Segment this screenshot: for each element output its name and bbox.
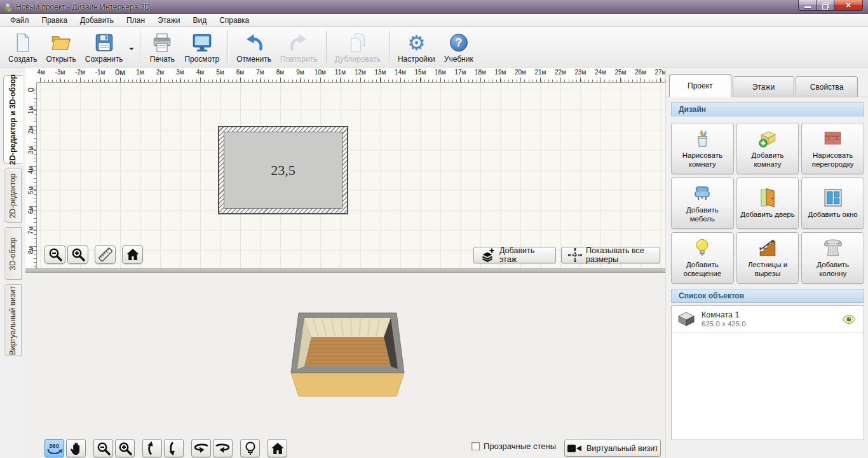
view3d-nav-zoom-out-button[interactable] [93, 439, 113, 457]
v-ruler-label: 7м [27, 226, 34, 235]
panel-tab-floors[interactable]: Этажи [733, 76, 795, 97]
design-button-label: Добавить дверь [740, 211, 795, 219]
toolbar-separator [227, 31, 228, 63]
transparent-walls-checkbox[interactable]: Прозрачные стены [471, 441, 556, 451]
menu-view[interactable]: Вид [186, 15, 213, 26]
design-button-add-column[interactable]: Добавить колонну [801, 232, 864, 284]
panel-tab-project[interactable]: Проект [669, 74, 731, 97]
view3d-nav-pan-button[interactable] [66, 439, 86, 457]
view3d-nav-reset-view-button[interactable] [268, 439, 287, 457]
view3d-nav-lighting-button[interactable] [240, 439, 260, 457]
toolbar-button-label: Печать [150, 55, 175, 64]
menu-file[interactable]: Файл [4, 15, 36, 26]
minimize-icon [804, 6, 811, 8]
duplicate-icon [348, 32, 367, 53]
plan-nav-measure-button[interactable] [95, 245, 116, 264]
horizontal-ruler: -4м-3м-2м-1м0м1м2м3м4м5м6м7м8м9м10м11м12… [37, 67, 665, 83]
h-ruler-label: 12м [355, 69, 366, 76]
rotate-360-icon: 360 [46, 440, 63, 456]
h-ruler-label: 10м [315, 69, 326, 76]
h-ruler-label: 3м [176, 69, 184, 76]
add-window-icon [823, 188, 843, 208]
side-tab-3d-view[interactable]: 3D-обзор [4, 227, 22, 280]
side-tab-2d-editor[interactable]: 2D-редактор [4, 169, 22, 223]
toolbar-button-save[interactable]: Сохранить [81, 28, 128, 66]
visibility-eye-button[interactable] [842, 315, 858, 324]
design-button-draw-room[interactable]: Нарисовать комнату [671, 123, 734, 174]
toolbar-button-tutorial[interactable]: ?Учебник [440, 28, 478, 66]
toolbar-button-create[interactable]: Создать [4, 28, 42, 66]
view-mode-tabs: 2D-редактор и 3D-обзор2D-редактор3D-обзо… [0, 67, 25, 458]
menu-plan[interactable]: План [120, 15, 151, 26]
transparent-walls-label: Прозрачные стены [484, 441, 556, 451]
show-dimensions-button[interactable]: Показывать все размеры [561, 247, 660, 263]
virtual-visit-button[interactable]: Виртуальный визит [564, 440, 661, 457]
show-dimensions-label: Показывать все размеры [586, 246, 653, 264]
workspace: -4м-3м-2м-1м0м1м2м3м4м5м6м7м8м9м10м11м12… [25, 67, 665, 458]
view3d-nav-zoom-in-button[interactable] [115, 439, 135, 457]
design-button-add-window[interactable]: Добавить окно [801, 177, 864, 229]
view3d-nav-orbit-right-button[interactable] [213, 439, 233, 457]
object-item-texts: Комната 1625.0 x 425.0 [702, 310, 746, 328]
toolbar-button-settings[interactable]: ⚙Настройки [393, 28, 440, 66]
menu-floors[interactable]: Этажи [151, 15, 186, 26]
home-icon [270, 441, 285, 456]
h-ruler-label: 20м [515, 69, 526, 76]
design-button-label: Добавить окно [808, 211, 858, 219]
design-button-add-room[interactable]: Добавить комнату [736, 123, 799, 174]
design-buttons-grid: Нарисовать комнатуДобавить комнатуНарисо… [671, 123, 864, 284]
plan-2d-canvas[interactable]: 23,5 Добавить этаж Показывать все размер… [37, 83, 665, 268]
save-dropdown-arrow[interactable] [127, 28, 136, 66]
minimize-button[interactable] [798, 0, 817, 11]
checkbox-icon[interactable] [471, 442, 480, 450]
toolbar-button-redo: Повторить [276, 28, 322, 66]
design-button-label: Добавить освещение [673, 261, 732, 279]
view-3d-canvas[interactable] [25, 273, 665, 438]
v-ruler-label: 0 [26, 85, 36, 94]
view3d-nav-tilt-down-button[interactable] [164, 439, 184, 457]
camera-icon [567, 443, 582, 454]
h-ruler-label: -2м [75, 69, 85, 76]
h-ruler-label: 11м [335, 69, 346, 76]
plan-nav-zoom-in-button[interactable] [67, 245, 88, 264]
open-folder-icon [51, 32, 71, 53]
restore-button[interactable] [817, 0, 834, 11]
close-button[interactable]: × [834, 0, 863, 11]
plan-nav-zoom-out-button[interactable] [44, 245, 65, 264]
view3d-nav-tilt-up-button[interactable] [142, 439, 162, 457]
h-ruler-label: 9м [296, 69, 304, 76]
h-ruler-label: 13м [375, 69, 386, 76]
add-floor-label: Добавить этаж [499, 246, 549, 264]
side-tab-virtual-visit[interactable]: Виртуальный визит [4, 284, 22, 356]
toolbar-button-preview[interactable]: Просмотр [180, 28, 224, 66]
panel-tab-properties[interactable]: Свойства [796, 76, 858, 97]
add-floor-button[interactable]: Добавить этаж [473, 247, 556, 263]
design-button-stairs-and-openings[interactable]: Лестницы и вырезы [736, 232, 799, 284]
view3d-nav-rotate-360-button[interactable]: 360 [44, 439, 64, 457]
right-panel: ПроектЭтажиСвойства Дизайн Нарисовать ко… [665, 67, 868, 458]
design-button-add-furniture[interactable]: Добавить мебель [671, 177, 734, 229]
save-icon [95, 32, 114, 53]
side-tab-label: 2D-редактор и 3D-обзор [9, 74, 18, 165]
plan-nav-fit-view-button[interactable] [122, 245, 143, 264]
view-splitter[interactable] [25, 268, 665, 273]
menu-edit[interactable]: Правка [36, 15, 74, 26]
toolbar-button-label: Дублировать [335, 55, 381, 64]
toolbar-button-open[interactable]: Открыть [42, 28, 81, 66]
h-ruler-label: 5м [216, 69, 224, 76]
toolbar-button-print[interactable]: Печать [144, 28, 180, 66]
h-ruler-label: 4м [196, 69, 204, 76]
menu-add[interactable]: Добавить [74, 15, 120, 26]
h-ruler-label: 16м [435, 69, 446, 76]
design-button-add-door[interactable]: Добавить дверь [736, 177, 799, 229]
view3d-nav-orbit-left-button[interactable] [191, 439, 211, 457]
menu-help[interactable]: Справка [213, 15, 255, 26]
room-plan-shape[interactable]: 23,5 [218, 126, 348, 214]
tilt-up-icon [146, 441, 159, 456]
toolbar-button-undo[interactable]: Отменить [232, 28, 276, 66]
side-tab-2d-editor-and-3d-view[interactable]: 2D-редактор и 3D-обзор [3, 75, 23, 164]
design-button-draw-partition[interactable]: Нарисовать перегородку [801, 123, 864, 174]
object-list-item[interactable]: Комната 1625.0 x 425.0 [672, 306, 864, 333]
toolbar-separator [389, 31, 390, 63]
design-button-add-lighting[interactable]: Добавить освещение [671, 232, 734, 284]
